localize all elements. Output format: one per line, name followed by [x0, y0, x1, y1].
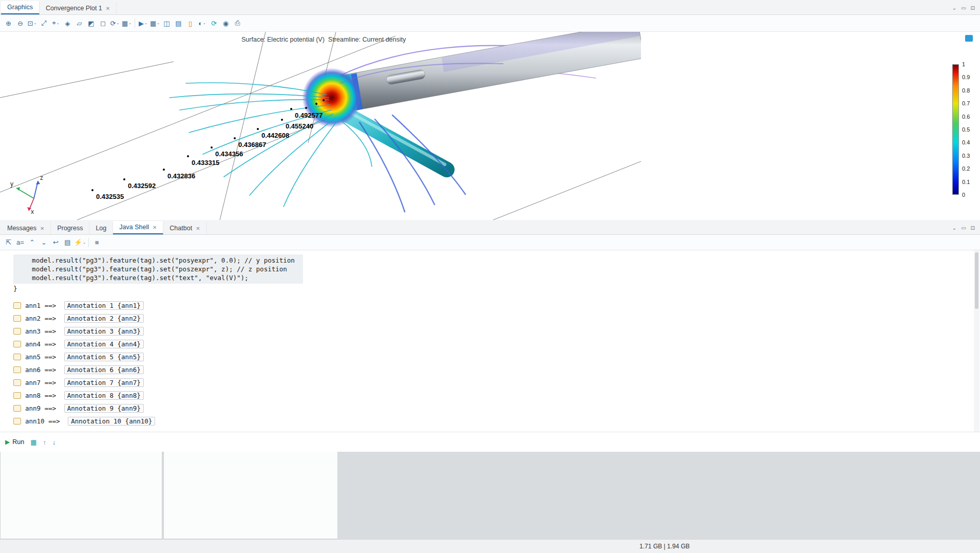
plot-values-icon[interactable]: ▤ [173, 17, 184, 29]
shell-result-line: ann1 ==> Annotation 1 {ann1} [13, 299, 980, 312]
legend-tick-label: 0.2 [962, 165, 970, 172]
chevron-down-icon: ⌄ [34, 21, 37, 25]
legend-tick-label: 0.7 [962, 100, 970, 106]
tab-log[interactable]: Log [89, 222, 113, 234]
annotation-icon [13, 405, 21, 412]
zoom-out-icon[interactable]: ⊖ [15, 17, 26, 29]
maximize-pane-icon[interactable]: ⊡ [971, 225, 975, 231]
node-reference[interactable]: Annotation 8 {ann8} [64, 391, 144, 400]
measure-icon[interactable]: ▯ [185, 17, 196, 29]
legend-tick-label: 0.3 [962, 153, 970, 159]
annotation-icon [13, 392, 21, 399]
float-pane-icon[interactable]: ▭ [961, 5, 966, 11]
shell-result-line: ann9 ==> Annotation 9 {ann9} [13, 402, 980, 415]
shell-code-block: model.result("pg3").feature(tag).set("po… [13, 254, 303, 284]
legend-tick-label: 0.6 [962, 114, 970, 120]
run-button[interactable]: ▶ Run [5, 438, 24, 446]
graphics-canvas[interactable]: Surface: Electric potential (V) Streamli… [0, 32, 980, 220]
pane-menu-icon[interactable]: ⌄ [952, 225, 956, 231]
data-table-icon[interactable]: ◫ [161, 17, 172, 29]
close-tab-icon[interactable]: ✕ [196, 226, 200, 231]
rotate-scene-icon[interactable]: ⟳⌄ [109, 17, 120, 29]
legend-tick-label: 0.4 [962, 139, 970, 145]
history-previous-icon[interactable]: ↑ [43, 438, 46, 446]
update-plot-icon[interactable]: ⟳ [209, 17, 219, 29]
node-reference[interactable]: Annotation 3 {ann3} [64, 327, 144, 336]
stop-execution-icon[interactable]: ■ [91, 236, 102, 249]
java-shell-output[interactable]: model.result("pg3").feature(tag).set("po… [0, 250, 980, 432]
axis-y-label: y [10, 180, 13, 188]
orthographic-projection-icon[interactable]: ▱ [74, 17, 85, 29]
axes-triad: z y x [9, 172, 56, 215]
legend-tick-label: 0 [962, 192, 965, 198]
tab-convergence-plot-1[interactable]: Convergence Plot 1✕ [40, 2, 117, 14]
zoom-extents-icon[interactable]: ⤢ [39, 17, 49, 29]
graphics-toolbar: ⊕⊖⊡⌄⤢⌖⌄◈▱◩◻⟳⌄▦⌄▶⌄▦⌄◫▤▯◐⌄⟳◉⎙ [0, 15, 980, 32]
scene-orientation-icon[interactable]: ◈ [62, 17, 73, 29]
maximize-pane-icon[interactable]: ⊡ [971, 5, 975, 11]
go-to-view-icon[interactable]: ⌖⌄ [50, 17, 61, 29]
float-pane-icon[interactable]: ▭ [961, 225, 966, 231]
dock-console-icon[interactable]: ⇱ [3, 236, 14, 249]
node-reference[interactable]: Annotation 7 {ann7} [64, 378, 144, 387]
graphics-3d-scene [0, 32, 641, 220]
print-plot-icon[interactable]: ⎙ [232, 17, 243, 29]
scrollbar-thumb[interactable] [975, 252, 978, 309]
node-reference[interactable]: Annotation 1 {ann1} [64, 301, 144, 310]
toolbar-separator [88, 238, 89, 247]
plot-annotation: 0.433315 [192, 159, 219, 167]
axis-x-label: x [31, 208, 34, 215]
zoom-in-icon[interactable]: ⊕ [3, 17, 14, 29]
plot-annotation: 0.434356 [215, 150, 243, 158]
plot-annotation: 0.492577 [295, 112, 323, 119]
pane-menu-icon[interactable]: ⌄ [952, 5, 956, 11]
shell-scrollbar[interactable] [974, 250, 979, 432]
plot-annotation: 0.432535 [96, 193, 124, 200]
expand-output-icon[interactable]: ⌄ [39, 236, 49, 249]
node-reference[interactable]: Annotation 10 {ann10} [68, 417, 155, 426]
run-script-icon[interactable]: ⚡⌄ [74, 236, 86, 249]
chevron-down-icon: ⌄ [157, 21, 160, 25]
node-reference[interactable]: Annotation 4 {ann4} [64, 340, 144, 348]
scene-settings-icon[interactable]: ▦⌄ [121, 17, 132, 29]
word-wrap-icon[interactable]: ↩ [50, 236, 61, 249]
node-reference[interactable]: Annotation 9 {ann9} [64, 404, 144, 413]
shell-result-line: ann6 ==> Annotation 6 {ann6} [13, 363, 980, 376]
node-reference[interactable]: Annotation 6 {ann6} [64, 365, 144, 374]
lighting-icon[interactable]: ◐⌄ [197, 17, 208, 29]
close-tab-icon[interactable]: ✕ [40, 226, 44, 231]
tab-messages[interactable]: Messages✕ [1, 222, 51, 234]
auto-scroll-icon[interactable]: a= [15, 236, 26, 249]
chevron-down-icon: ⌄ [128, 21, 131, 25]
legend-tick-label: 0.5 [962, 126, 970, 133]
tab-progress[interactable]: Progress [51, 222, 89, 234]
legend-tick-label: 0.1 [962, 179, 970, 185]
shell-result-line: ann3 ==> Annotation 3 {ann3} [13, 325, 980, 338]
close-tab-icon[interactable]: ✕ [153, 225, 157, 230]
show-grid-icon[interactable]: ▦⌄ [149, 17, 160, 29]
shell-result-line: ann4 ==> Annotation 4 {ann4} [13, 338, 980, 351]
chevron-down-icon: ⌄ [144, 21, 147, 25]
select-mode-icon[interactable]: ▶⌄ [138, 17, 148, 29]
scene-info-icon[interactable] [965, 35, 973, 42]
node-reference[interactable]: Annotation 5 {ann5} [64, 353, 144, 361]
command-palette-icon[interactable]: ▦ [30, 438, 36, 446]
node-reference[interactable]: Annotation 2 {ann2} [64, 314, 144, 323]
clear-console-icon[interactable]: ▤ [62, 236, 73, 249]
wireframe-rendering-icon[interactable]: ◻ [98, 17, 108, 29]
tab-graphics[interactable]: Graphics [1, 1, 40, 14]
history-next-icon[interactable]: ↓ [52, 438, 56, 446]
transparency-icon[interactable]: ◩ [86, 17, 97, 29]
plot-annotation: 0.436867 [238, 141, 266, 149]
snapshot-icon[interactable]: ◉ [220, 17, 231, 29]
console-toolbar: ⇱a=⌃⌄↩▤⚡⌄■ [0, 235, 980, 250]
tab-chatbot[interactable]: Chatbot✕ [163, 222, 206, 234]
legend-tick-label: 0.9 [962, 74, 970, 80]
plot-annotation: 0.455240 [286, 122, 313, 130]
collapse-output-icon[interactable]: ⌃ [27, 236, 37, 249]
close-tab-icon[interactable]: ✕ [106, 6, 110, 11]
axis-z-label: z [40, 174, 43, 181]
tab-java-shell[interactable]: Java Shell✕ [113, 221, 163, 234]
console-footer-icons: ▦↑↓ [30, 438, 55, 446]
zoom-box-icon[interactable]: ⊡⌄ [27, 17, 37, 29]
